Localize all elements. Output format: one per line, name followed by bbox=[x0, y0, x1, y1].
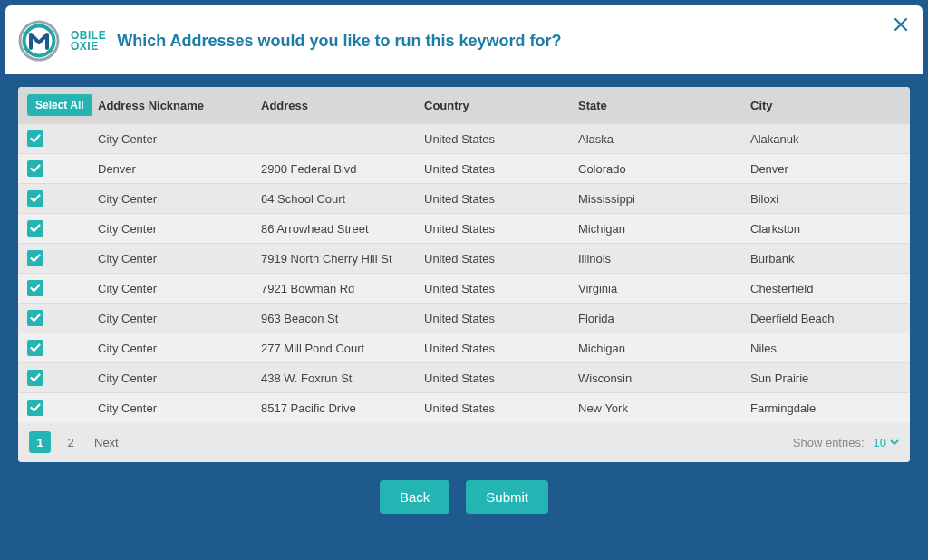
brand-logo bbox=[18, 20, 60, 62]
cell-city: Clarkston bbox=[750, 222, 901, 236]
cell-state: Florida bbox=[578, 312, 750, 325]
cell-state: Michigan bbox=[578, 342, 750, 355]
table-row: City CenterUnited StatesAlaskaAlakanuk bbox=[18, 123, 910, 153]
cell-address: 7921 Bowman Rd bbox=[261, 282, 424, 295]
cell-state: Illinois bbox=[578, 252, 750, 266]
modal-header: OBILE OXIE Which Addresses would you lik… bbox=[18, 16, 910, 74]
cell-nickname: City Center bbox=[98, 222, 261, 236]
cell-nickname: City Center bbox=[98, 282, 261, 295]
cell-country: United States bbox=[424, 252, 578, 266]
row-checkbox[interactable] bbox=[27, 280, 44, 296]
cell-address: 86 Arrowhead Street bbox=[261, 222, 424, 236]
cell-address: 277 Mill Pond Court bbox=[261, 342, 424, 355]
close-icon[interactable] bbox=[894, 16, 908, 34]
cell-address: 7919 North Cherry Hill St bbox=[261, 252, 424, 266]
modal-title: Which Addresses would you like to run th… bbox=[117, 32, 561, 51]
col-header-country[interactable]: Country bbox=[424, 99, 578, 112]
table-row: City Center438 W. Foxrun StUnited States… bbox=[18, 362, 910, 392]
cell-country: United States bbox=[424, 222, 578, 236]
cell-state: New York bbox=[578, 401, 750, 415]
cell-country: United States bbox=[424, 312, 578, 325]
table-row: City Center7919 North Cherry Hill StUnit… bbox=[18, 243, 910, 273]
cell-address: 64 School Court bbox=[261, 192, 424, 206]
row-checkbox[interactable] bbox=[27, 220, 44, 237]
select-all-button[interactable]: Select All bbox=[27, 94, 92, 116]
row-checkbox[interactable] bbox=[27, 190, 44, 207]
brand-bot: OXIE bbox=[71, 41, 106, 52]
table-footer: 12 Next Show entries: 10 bbox=[18, 422, 910, 462]
page-button-2[interactable]: 2 bbox=[60, 431, 82, 453]
show-entries-select[interactable]: 10 bbox=[874, 436, 899, 449]
cell-state: Mississippi bbox=[578, 192, 750, 206]
cell-country: United States bbox=[424, 372, 578, 385]
cell-nickname: City Center bbox=[98, 401, 261, 415]
cell-city: Niles bbox=[750, 342, 901, 355]
cell-country: United States bbox=[424, 162, 578, 176]
show-entries-label: Show entries: bbox=[793, 436, 865, 449]
col-header-address[interactable]: Address bbox=[261, 99, 424, 112]
table-header: Select All Address Nickname Address Coun… bbox=[18, 87, 910, 123]
modal-body: Select All Address Nickname Address Coun… bbox=[5, 74, 923, 536]
cell-nickname: City Center bbox=[98, 252, 261, 266]
cell-nickname: City Center bbox=[98, 372, 261, 385]
row-checkbox[interactable] bbox=[27, 250, 44, 266]
col-header-state[interactable]: State bbox=[578, 99, 750, 112]
cell-nickname: City Center bbox=[98, 342, 261, 355]
cell-nickname: City Center bbox=[98, 312, 261, 325]
cell-country: United States bbox=[424, 401, 578, 415]
cell-country: United States bbox=[424, 282, 578, 295]
col-header-city[interactable]: City bbox=[750, 99, 901, 112]
row-checkbox[interactable] bbox=[27, 340, 44, 356]
table-row: City Center8517 Pacific DriveUnited Stat… bbox=[18, 392, 910, 422]
cell-state: Colorado bbox=[578, 162, 750, 176]
row-checkbox[interactable] bbox=[27, 400, 44, 416]
table-row: Denver2900 Federal BlvdUnited StatesColo… bbox=[18, 153, 910, 183]
cell-state: Alaska bbox=[578, 132, 750, 146]
cell-state: Wisconsin bbox=[578, 372, 750, 385]
col-header-nickname[interactable]: Address Nickname bbox=[98, 99, 261, 112]
brand-text: OBILE OXIE bbox=[71, 30, 106, 52]
cell-city: Alakanuk bbox=[750, 132, 901, 146]
cell-country: United States bbox=[424, 342, 578, 355]
page-button-1[interactable]: 1 bbox=[29, 431, 51, 453]
row-checkbox[interactable] bbox=[27, 130, 44, 147]
cell-city: Chesterfield bbox=[750, 282, 901, 295]
cell-city: Farmingdale bbox=[750, 401, 901, 415]
table-row: City Center64 School CourtUnited StatesM… bbox=[18, 183, 910, 213]
cell-state: Virginia bbox=[578, 282, 750, 295]
cell-address: 8517 Pacific Drive bbox=[261, 401, 424, 415]
cell-nickname: City Center bbox=[98, 132, 261, 146]
cell-city: Biloxi bbox=[750, 192, 901, 206]
row-checkbox[interactable] bbox=[27, 310, 44, 326]
address-table: Select All Address Nickname Address Coun… bbox=[18, 87, 910, 462]
modal-actions: Back Submit bbox=[18, 462, 910, 536]
show-entries: Show entries: 10 bbox=[793, 436, 899, 449]
table-row: City Center7921 Bowman RdUnited StatesVi… bbox=[18, 273, 910, 303]
cell-city: Sun Prairie bbox=[750, 372, 901, 385]
cell-city: Denver bbox=[750, 162, 901, 176]
cell-nickname: City Center bbox=[98, 192, 261, 206]
table-row: City Center963 Beacon StUnited StatesFlo… bbox=[18, 303, 910, 333]
cell-address: 2900 Federal Blvd bbox=[261, 162, 424, 176]
show-entries-value: 10 bbox=[874, 436, 886, 449]
cell-state: Michigan bbox=[578, 222, 750, 236]
row-checkbox[interactable] bbox=[27, 370, 44, 386]
cell-country: United States bbox=[424, 132, 578, 146]
pagination: 12 bbox=[29, 431, 91, 453]
next-page-button[interactable]: Next bbox=[94, 436, 119, 449]
table-row: City Center277 Mill Pond CourtUnited Sta… bbox=[18, 333, 910, 362]
submit-button[interactable]: Submit bbox=[466, 480, 548, 514]
cell-city: Burbank bbox=[750, 252, 901, 266]
cell-city: Deerfield Beach bbox=[750, 312, 901, 325]
row-checkbox[interactable] bbox=[27, 160, 44, 177]
cell-address: 438 W. Foxrun St bbox=[261, 372, 424, 385]
cell-address: 963 Beacon St bbox=[261, 312, 424, 325]
back-button[interactable]: Back bbox=[380, 480, 450, 514]
address-selection-modal: OBILE OXIE Which Addresses would you lik… bbox=[5, 5, 923, 536]
chevron-down-icon bbox=[890, 439, 899, 445]
table-body: City CenterUnited StatesAlaskaAlakanukDe… bbox=[18, 123, 910, 422]
table-row: City Center86 Arrowhead StreetUnited Sta… bbox=[18, 213, 910, 243]
cell-nickname: Denver bbox=[98, 162, 261, 176]
cell-country: United States bbox=[424, 192, 578, 206]
